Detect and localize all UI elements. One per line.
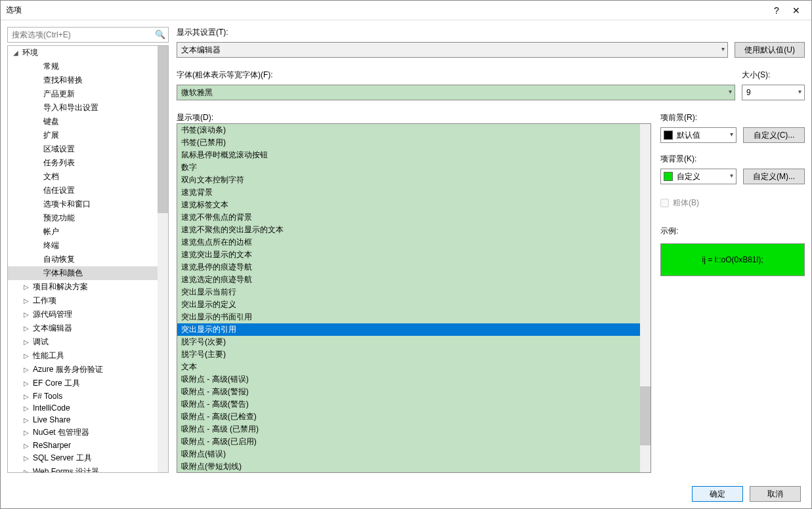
tree-item[interactable]: ▷源代码管理 (8, 308, 168, 321)
tree-item[interactable]: 字体和颜色 (8, 266, 168, 280)
tree-item[interactable]: ▷NuGet 包管理器 (8, 426, 168, 439)
tree-item-label: 工作项 (33, 295, 56, 306)
tree-item[interactable]: ◢环境 (8, 46, 168, 60)
size-select[interactable]: 9 ▾ (742, 85, 805, 100)
tree-item[interactable]: 导入和导出设置 (8, 101, 168, 115)
display-items-listbox[interactable]: 书签(滚动条)书签(已禁用)鼠标悬停时概览滚动按钮数字双向文本控制字符速览背景速… (177, 123, 651, 473)
use-defaults-button[interactable]: 使用默认值(U) (735, 42, 805, 58)
tree-scroll-thumb[interactable] (158, 46, 168, 213)
help-button[interactable]: ? (767, 1, 786, 20)
show-settings-select[interactable]: 文本编辑器 ▾ (177, 42, 728, 58)
list-item[interactable]: 双向文本控制字符 (177, 174, 651, 186)
tree-item[interactable]: ▷项目和解决方案 (8, 280, 168, 294)
search-input[interactable] (7, 27, 169, 43)
tree-item-label: 终端 (43, 240, 59, 251)
tree-item[interactable]: 扩展 (8, 129, 168, 142)
list-item[interactable]: 吸附点 - 高级(错误) (177, 373, 651, 386)
list-scrollbar[interactable] (640, 124, 651, 472)
tree-item[interactable]: 产品更新 (8, 87, 168, 101)
list-item[interactable]: 脱字号(次要) (177, 336, 651, 348)
list-item[interactable]: 数字 (177, 161, 651, 174)
list-item[interactable]: 文本 (177, 361, 651, 373)
chevron-down-icon: ▾ (798, 88, 801, 95)
list-item[interactable]: 突出显示当前行 (177, 286, 651, 298)
list-item[interactable]: 吸附点 - 高级(警报) (177, 386, 651, 398)
ok-button[interactable]: 确定 (692, 486, 743, 502)
list-item[interactable]: 鼠标悬停时概览滚动按钮 (177, 149, 651, 161)
tree-item[interactable]: ▷文本编辑器 (8, 321, 168, 335)
list-item[interactable]: 速览不聚焦的突出显示的文本 (177, 224, 651, 236)
item-fg-select[interactable]: 默认值 ▾ (660, 127, 737, 143)
list-item[interactable]: 脱字号(主要) (177, 348, 651, 361)
list-item[interactable]: 速览不带焦点的背景 (177, 211, 651, 224)
tree-item[interactable]: ▷Web Forms 设计器 (8, 465, 168, 473)
chevron-down-icon: ▾ (730, 172, 733, 179)
list-item[interactable]: 速览背景 (177, 186, 651, 199)
tree-item[interactable]: ▷Live Share (8, 414, 168, 426)
list-item[interactable]: 速览悬停的痕迹导航 (177, 261, 651, 274)
list-item[interactable]: 吸附点(错误) (177, 448, 651, 460)
tree-item[interactable]: 键盘 (8, 115, 168, 129)
tree-item-label: 区域设置 (43, 144, 75, 155)
tree-item[interactable]: 自动恢复 (8, 253, 168, 266)
list-item[interactable]: 速览突出显示的文本 (177, 249, 651, 261)
custom-bg-button[interactable]: 自定义(M)... (743, 169, 805, 184)
tree-item[interactable]: 终端 (8, 239, 168, 253)
tree-item[interactable]: ▷EF Core 工具 (8, 377, 168, 390)
list-item[interactable]: 书签(已禁用) (177, 136, 651, 149)
item-bg-select[interactable]: 自定义 ▾ (660, 169, 737, 184)
tree-item[interactable]: ▷工作项 (8, 294, 168, 308)
tree-item[interactable]: ▷调试 (8, 335, 168, 349)
bg-value: 自定义 (677, 171, 700, 182)
close-button[interactable]: ✕ (786, 1, 806, 20)
show-settings-label: 显示其设置(T): (177, 27, 805, 38)
tree-item[interactable]: 文档 (8, 170, 168, 184)
tree-scrollbar[interactable] (158, 46, 168, 472)
custom-fg-button[interactable]: 自定义(C)... (743, 127, 805, 143)
tree-item[interactable]: 常规 (8, 60, 168, 73)
tree-item-label: 字体和颜色 (43, 268, 83, 279)
list-item[interactable]: 突出显示的书面引用 (177, 311, 651, 323)
list-item[interactable]: 速览焦点所在的边框 (177, 236, 651, 249)
tree-item[interactable]: 选项卡和窗口 (8, 197, 168, 211)
list-item[interactable]: 吸附点 - 高级(已检查) (177, 411, 651, 423)
list-item[interactable]: 吸附点 - 高级(已启用) (177, 436, 651, 448)
list-item[interactable]: 书签(滚动条) (177, 124, 651, 136)
tree-item[interactable]: 任务列表 (8, 156, 168, 170)
tree-item[interactable]: 信任设置 (8, 184, 168, 197)
arrow-right-icon: ▷ (24, 405, 32, 412)
tree-item[interactable]: 查找和替换 (8, 73, 168, 87)
tree-item-label: 项目和解决方案 (33, 281, 88, 293)
list-item[interactable]: 突出显示的引用 (177, 323, 651, 336)
arrow-right-icon: ▷ (24, 380, 32, 387)
list-item[interactable]: 吸附点 - 高级(警告) (177, 398, 651, 411)
list-item[interactable]: 吸附点 - 高级 (已禁用) (177, 423, 651, 436)
list-item[interactable]: 突出显示的定义 (177, 298, 651, 311)
chevron-down-icon: ▾ (721, 45, 725, 52)
tree-item-label: 自动恢复 (43, 254, 75, 265)
tree-item[interactable]: ▷ReSharper (8, 439, 168, 451)
tree-item[interactable]: ▷IntelliCode (8, 402, 168, 414)
display-items-label: 显示项(D): (177, 112, 651, 123)
tree-item-label: EF Core 工具 (33, 378, 80, 389)
arrow-right-icon: ▷ (24, 417, 32, 424)
tree-item[interactable]: 区域设置 (8, 142, 168, 156)
list-item[interactable]: 速览标签文本 (177, 199, 651, 211)
arrow-right-icon: ▷ (24, 352, 32, 359)
arrow-down-icon: ◢ (13, 49, 21, 56)
tree-item[interactable]: ▷性能工具 (8, 349, 168, 363)
dialog-body: 🔍 ◢环境常规查找和替换产品更新导入和导出设置键盘扩展区域设置任务列表文档信任设… (1, 20, 811, 479)
options-tree[interactable]: ◢环境常规查找和替换产品更新导入和导出设置键盘扩展区域设置任务列表文档信任设置选… (7, 45, 169, 473)
tree-item-label: Azure 服务身份验证 (33, 364, 103, 375)
list-scroll-thumb[interactable] (640, 386, 651, 445)
list-item[interactable]: 吸附点(带短划线) (177, 460, 651, 473)
list-item[interactable]: 速览选定的痕迹导航 (177, 274, 651, 286)
font-select[interactable]: 微软雅黑 ▾ (177, 85, 735, 100)
cancel-button[interactable]: 取消 (750, 486, 801, 502)
tree-item[interactable]: ▷Azure 服务身份验证 (8, 363, 168, 377)
arrow-right-icon: ▷ (24, 455, 32, 462)
tree-item[interactable]: ▷SQL Server 工具 (8, 451, 168, 465)
tree-item[interactable]: 预览功能 (8, 211, 168, 225)
tree-item[interactable]: ▷F# Tools (8, 390, 168, 402)
tree-item[interactable]: 帐户 (8, 225, 168, 239)
